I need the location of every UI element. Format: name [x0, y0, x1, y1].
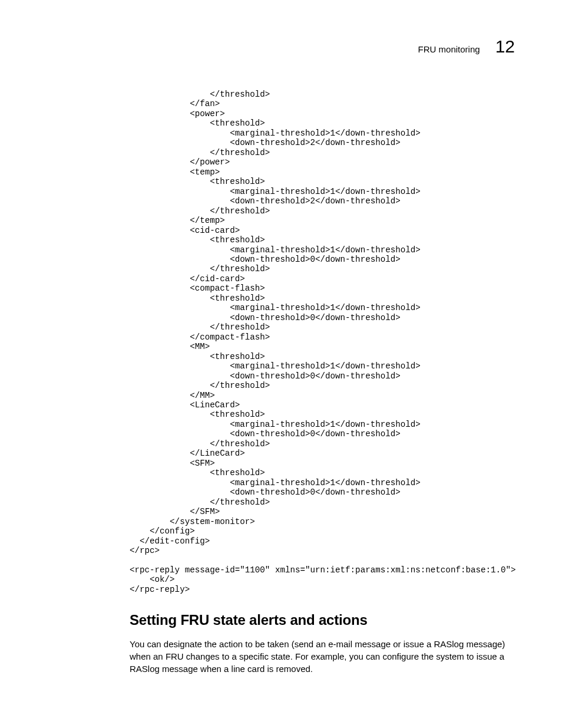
- page-container: FRU monitoring 12 </threshold> </fan> <p…: [0, 0, 562, 710]
- page-header: FRU monitoring 12: [47, 37, 515, 57]
- header-chapter-number: 12: [495, 37, 515, 57]
- header-section-title: FRU monitoring: [418, 44, 480, 54]
- code-block: </threshold> </fan> <power> <threshold> …: [47, 90, 515, 594]
- section-body: You can designate the action to be taken…: [130, 638, 515, 675]
- section-container: Setting FRU state alerts and actions You…: [47, 612, 515, 675]
- section-heading: Setting FRU state alerts and actions: [130, 612, 515, 628]
